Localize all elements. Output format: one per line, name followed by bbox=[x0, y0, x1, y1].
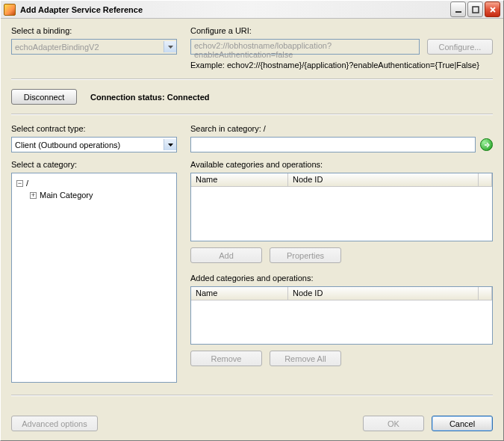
remove-button: Remove bbox=[190, 351, 262, 366]
listview-header: Name Node ID bbox=[191, 287, 492, 300]
minimize-button[interactable] bbox=[450, 1, 466, 17]
ok-button: OK bbox=[363, 416, 424, 431]
collapse-icon[interactable]: − bbox=[16, 180, 23, 187]
close-button[interactable] bbox=[485, 1, 500, 17]
expand-icon[interactable]: + bbox=[30, 192, 37, 199]
footer: Advanced options OK Cancel bbox=[11, 416, 493, 431]
cancel-button[interactable]: Cancel bbox=[432, 416, 493, 431]
tree-child[interactable]: + Main Category bbox=[30, 190, 172, 200]
added-label: Added categories and operations: bbox=[190, 274, 493, 283]
binding-label: Select a binding: bbox=[11, 26, 177, 35]
contract-label: Select contract type: bbox=[11, 124, 177, 133]
titlebar: Add Adapter Service Reference bbox=[1, 1, 503, 19]
search-input[interactable] bbox=[190, 137, 476, 152]
category-tree[interactable]: − / + Main Category bbox=[11, 173, 177, 383]
svg-rect-0 bbox=[455, 11, 461, 13]
binding-value: echoAdapterBindingV2 bbox=[15, 43, 99, 52]
divider bbox=[11, 114, 493, 115]
chevron-down-icon bbox=[164, 41, 176, 52]
chevron-down-icon bbox=[164, 139, 176, 150]
tree-root-label: / bbox=[26, 179, 28, 188]
tree-root[interactable]: − / bbox=[16, 178, 172, 188]
window-title: Add Adapter Service Reference bbox=[20, 5, 450, 14]
contract-value: Client (Outbound operations) bbox=[15, 141, 120, 149]
available-listview[interactable]: Name Node ID bbox=[190, 173, 493, 241]
col-spacer bbox=[479, 287, 492, 300]
uri-label: Configure a URI: bbox=[190, 26, 493, 35]
col-node-id[interactable]: Node ID bbox=[288, 173, 479, 186]
maximize-button[interactable] bbox=[467, 1, 483, 17]
col-node-id[interactable]: Node ID bbox=[288, 287, 479, 300]
tree-child-label: Main Category bbox=[40, 191, 93, 200]
connection-status-label: Connection status: bbox=[90, 93, 165, 102]
divider bbox=[11, 395, 493, 396]
binding-combo: echoAdapterBindingV2 bbox=[11, 39, 177, 55]
search-go-icon[interactable] bbox=[480, 138, 493, 151]
available-label: Available categories and operations: bbox=[190, 160, 493, 169]
search-label: Search in category: / bbox=[190, 124, 493, 133]
divider bbox=[11, 78, 493, 80]
add-button: Add bbox=[190, 247, 262, 263]
uri-value: echov2://lobhostname/lobapplication?enab… bbox=[194, 41, 332, 59]
properties-button: Properties bbox=[270, 247, 341, 263]
uri-example: Example: echov2://{hostname}/{applicatio… bbox=[190, 61, 493, 70]
col-name[interactable]: Name bbox=[191, 173, 288, 186]
disconnect-button[interactable]: Disconnect bbox=[11, 89, 77, 105]
col-name[interactable]: Name bbox=[191, 287, 288, 300]
configure-button: Configure... bbox=[427, 39, 493, 55]
contract-combo[interactable]: Client (Outbound operations) bbox=[11, 137, 177, 152]
advanced-options-button: Advanced options bbox=[11, 416, 98, 431]
listview-header: Name Node ID bbox=[191, 173, 492, 187]
svg-rect-1 bbox=[473, 7, 479, 13]
app-icon bbox=[4, 4, 16, 16]
dialog-window: Add Adapter Service Reference Select a b… bbox=[0, 0, 504, 441]
added-listview[interactable]: Name Node ID bbox=[190, 286, 493, 345]
uri-textbox: echov2://lobhostname/lobapplication?enab… bbox=[190, 39, 420, 55]
category-label: Select a category: bbox=[11, 160, 177, 169]
col-spacer bbox=[479, 173, 492, 186]
remove-all-button: Remove All bbox=[270, 351, 341, 366]
connection-status-value: Connected bbox=[167, 93, 210, 102]
